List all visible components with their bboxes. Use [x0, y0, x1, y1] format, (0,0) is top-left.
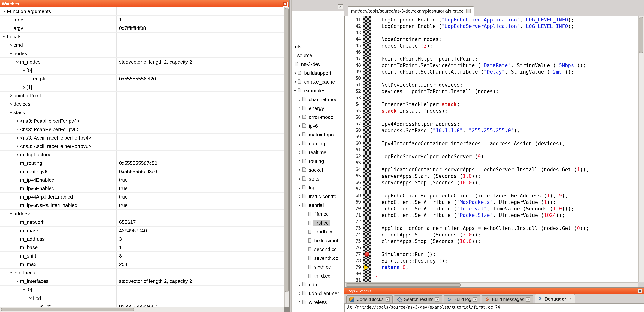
project-tree-item[interactable]: ›stats — [292, 174, 344, 183]
collapse-icon[interactable]: › — [28, 296, 33, 301]
collapse-icon[interactable]: › — [8, 51, 14, 56]
expand-icon[interactable]: › — [297, 132, 302, 137]
watch-row[interactable]: argc1 — [0, 16, 284, 24]
code-line[interactable]: 80} — [345, 271, 638, 277]
expand-icon[interactable]: › — [297, 97, 302, 102]
watch-row[interactable]: m_routing0x555555587c50 — [0, 159, 284, 167]
project-tree-item[interactable]: hello-simul — [292, 236, 344, 245]
watch-row[interactable]: ›<ns3::AsciiTraceHelperForIpv6> — [0, 142, 284, 151]
collapse-icon[interactable]: › — [8, 211, 14, 216]
watch-row[interactable]: ›[0] — [0, 286, 284, 294]
breakpoint-margin[interactable] — [363, 69, 370, 75]
project-panel-close-icon[interactable]: × — [338, 4, 343, 9]
collapse-icon[interactable]: › — [292, 88, 298, 93]
code-line[interactable]: 55 stack.Install (nodes); — [345, 108, 638, 114]
project-tree-item[interactable]: ns-3-dev — [292, 60, 344, 69]
watch-row[interactable]: m_network655617 — [0, 218, 284, 227]
code-line[interactable]: 56 — [345, 114, 638, 121]
watches-horizontal-scrollbar[interactable] — [0, 307, 284, 312]
code-line[interactable]: 59 — [345, 134, 638, 140]
expand-icon[interactable]: › — [297, 291, 302, 296]
scrollbar-thumb[interactable] — [285, 8, 289, 293]
project-tree-item[interactable]: ›udp-client-ser — [292, 289, 344, 298]
expand-icon[interactable]: › — [15, 135, 20, 140]
watch-row[interactable]: ›cmd — [0, 41, 284, 49]
code-line[interactable]: 79 return 0; — [345, 264, 638, 271]
project-tree-item[interactable]: third.cc — [292, 271, 344, 280]
breakpoint-margin[interactable] — [363, 205, 370, 212]
breakpoint-margin[interactable] — [363, 101, 370, 108]
code-line[interactable]: 54 InternetStackHelper stack; — [345, 101, 638, 108]
watch-row[interactable]: m_max254 — [0, 260, 284, 269]
code-line[interactable]: 75 clientApps.Stop (Seconds (10.0)); — [345, 238, 638, 245]
code-line[interactable]: 45 nodes.Create (2); — [345, 42, 638, 49]
expand-icon[interactable]: › — [8, 102, 14, 107]
watches-close-icon[interactable]: × — [283, 1, 288, 6]
collapse-icon[interactable]: › — [8, 270, 14, 275]
expand-icon[interactable]: › — [8, 93, 14, 98]
breakpoint-margin[interactable] — [363, 232, 370, 238]
watches-vertical-scrollbar[interactable] — [284, 7, 289, 307]
watch-row[interactable]: m_ptr0x55555556cf20 — [0, 75, 284, 83]
scrollbar-thumb[interactable] — [639, 17, 643, 53]
editor-horizontal-scrollbar[interactable] — [345, 283, 638, 288]
logs-close-icon[interactable]: × — [638, 289, 642, 293]
tab-close-icon[interactable]: × — [568, 297, 572, 301]
expand-icon[interactable]: › — [292, 79, 298, 84]
code-line[interactable]: 43 — [345, 29, 638, 36]
project-tree-item[interactable]: second.cc — [292, 245, 344, 254]
code-line[interactable]: 81 — [345, 277, 638, 283]
tab-close-icon[interactable]: × — [435, 297, 440, 302]
watch-row[interactable]: ›<ns3::PcapHelperForIpv4> — [0, 117, 284, 125]
collapse-icon[interactable]: › — [15, 279, 20, 284]
project-tree-item[interactable]: fifth.cc — [292, 210, 344, 218]
project-tree-item[interactable]: sixth.cc — [292, 263, 344, 271]
watch-row[interactable]: ›first — [0, 294, 284, 303]
breakpoint-margin[interactable] — [363, 212, 370, 218]
project-tree-item[interactable]: ›udp — [292, 280, 344, 289]
expand-icon[interactable]: › — [297, 106, 302, 111]
breakpoint-margin[interactable] — [363, 95, 370, 101]
logs-titlebar[interactable]: Logs & others × — [344, 288, 644, 294]
breakpoint-margin[interactable] — [363, 173, 370, 179]
watch-row[interactable]: ›devices — [0, 100, 284, 109]
collapse-icon[interactable]: › — [297, 203, 302, 208]
code-line[interactable]: 70 echoClient.SetAttribute ("Interval", … — [345, 205, 638, 212]
project-tree-item[interactable]: ›energy — [292, 104, 344, 113]
code-line[interactable]: 44 NodeContainer nodes; — [345, 36, 638, 42]
code-line[interactable]: 42 LogComponentEnable ("UdpEchoServerApp… — [345, 23, 638, 29]
collapse-icon[interactable]: › — [15, 59, 20, 64]
code-line[interactable]: 77 Simulator::Run (); — [345, 251, 638, 258]
watch-row[interactable]: ›interfaces — [0, 269, 284, 277]
project-tree-item[interactable]: ›naming — [292, 139, 344, 148]
logs-tab-debugger[interactable]: ⚙Debugger× — [534, 294, 575, 303]
expand-icon[interactable]: › — [297, 282, 302, 287]
expand-icon[interactable]: › — [297, 141, 302, 146]
code-line[interactable]: 52 devices = pointToPoint.Install (nodes… — [345, 88, 638, 95]
watch-row[interactable]: m_ipv4Enabledtrue — [0, 176, 284, 184]
watch-row[interactable]: ›m_tcpFactory — [0, 151, 284, 159]
code-area[interactable]: 41 LogComponentEnable ("UdpEchoClientApp… — [345, 16, 638, 283]
breakpoint-margin[interactable] — [363, 218, 370, 225]
breakpoint-margin[interactable] — [363, 127, 370, 134]
breakpoint-margin[interactable] — [363, 251, 370, 258]
breakpoint-margin[interactable] — [363, 23, 370, 29]
breakpoint-margin[interactable] — [363, 140, 370, 147]
breakpoint-margin[interactable] — [363, 192, 370, 199]
breakpoint-margin[interactable] — [363, 179, 370, 186]
code-line[interactable]: 50 — [345, 75, 638, 82]
project-tree-item[interactable]: ›socket — [292, 165, 344, 174]
collapse-icon[interactable]: › — [2, 9, 7, 14]
code-line[interactable]: 72 — [345, 218, 638, 225]
watch-row[interactable]: m_ipv6NsRsJitterEnabledtrue — [0, 201, 284, 210]
code-line[interactable]: 64 ApplicationContainer serverApps = ech… — [345, 166, 638, 173]
code-line[interactable]: 58 address.SetBase ("10.1.1.0", "255.255… — [345, 127, 638, 134]
breakpoint-margin[interactable] — [363, 114, 370, 121]
expand-icon[interactable]: › — [22, 85, 26, 90]
breakpoint-margin[interactable] — [363, 121, 370, 127]
breakpoint-margin[interactable] — [363, 16, 370, 23]
breakpoint-margin[interactable] — [363, 264, 370, 271]
watch-row[interactable]: m_address3 — [0, 235, 284, 243]
breakpoint-margin[interactable] — [363, 82, 370, 88]
expand-icon[interactable]: › — [297, 176, 302, 181]
